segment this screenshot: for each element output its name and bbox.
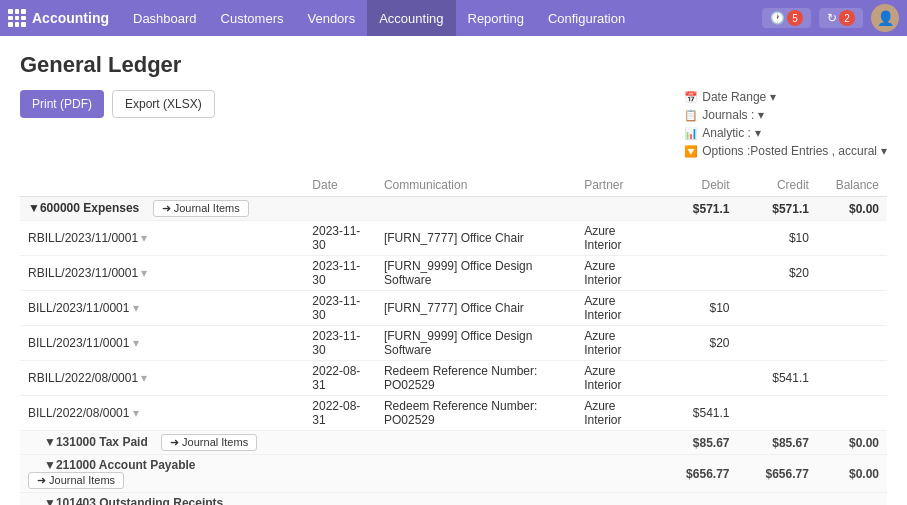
row-credit — [738, 291, 817, 326]
row-credit — [738, 396, 817, 431]
topnav: Accounting Dashboard Customers Vendors A… — [0, 0, 907, 36]
row-credit — [738, 326, 817, 361]
table-row: BILL/2023/11/0001 ▾ 2023-11-30 [FURN_777… — [20, 291, 887, 326]
subgroup-row-211000: ▼211000 Account Payable ➜ Journal Items … — [20, 455, 887, 493]
row-date: 2023-11-30 — [304, 326, 376, 361]
print-pdf-button[interactable]: Print (PDF) — [20, 90, 104, 118]
row-partner: Azure Interior — [576, 221, 658, 256]
row-partner: Azure Interior — [576, 361, 658, 396]
notifications-btn[interactable]: 🕐 5 — [762, 8, 811, 28]
journal-items-btn-600000[interactable]: ➜ Journal Items — [153, 200, 249, 217]
row-date: 2023-11-30 — [304, 256, 376, 291]
app-logo[interactable]: Accounting — [8, 9, 117, 27]
row-balance — [817, 396, 887, 431]
subgroup-credit-131000: $85.67 — [738, 431, 817, 455]
table-row: RBILL/2023/11/0001 ▾ 2023-11-30 [FURN_99… — [20, 256, 887, 291]
row-balance — [817, 256, 887, 291]
journal-items-btn-131000[interactable]: ➜ Journal Items — [161, 434, 257, 451]
row-debit — [658, 256, 737, 291]
nav-customers[interactable]: Customers — [209, 0, 296, 36]
update-badge: 2 — [839, 10, 855, 26]
row-communication: [FURN_9999] Office Design Software — [376, 256, 576, 291]
subgroup-credit-101403 — [738, 493, 817, 506]
row-debit: $10 — [658, 291, 737, 326]
subgroup-balance-211000: $0.00 — [817, 455, 887, 493]
row-ref: RBILL/2022/08/0001 ▾ — [20, 361, 304, 396]
toolbar-left: Print (PDF) Export (XLSX) — [20, 90, 215, 118]
app-name: Accounting — [32, 10, 109, 26]
row-communication: Redeem Reference Number: PO02529 — [376, 396, 576, 431]
row-partner: Azure Interior — [576, 396, 658, 431]
notification-badge: 5 — [787, 10, 803, 26]
col-header-credit: Credit — [738, 174, 817, 197]
main-nav: Dashboard Customers Vendors Accounting R… — [121, 0, 637, 36]
nav-vendors[interactable]: Vendors — [295, 0, 367, 36]
col-header-date: Date — [304, 174, 376, 197]
subgroup-debit-101403: $2068.85 — [658, 493, 737, 506]
row-balance — [817, 221, 887, 256]
nav-reporting[interactable]: Reporting — [456, 0, 536, 36]
row-ref: BILL/2023/11/0001 ▾ — [20, 326, 304, 361]
row-balance — [817, 361, 887, 396]
col-header-ref — [20, 174, 304, 197]
row-debit — [658, 221, 737, 256]
table-row: RBILL/2022/08/0001 ▾ 2022-08-31 Redeem R… — [20, 361, 887, 396]
main-content: General Ledger Print (PDF) Export (XLSX)… — [0, 36, 907, 505]
nav-accounting[interactable]: Accounting — [367, 0, 455, 36]
row-communication: [FURN_7777] Office Chair — [376, 291, 576, 326]
updates-btn[interactable]: ↻ 2 — [819, 8, 863, 28]
row-date: 2022-08-31 — [304, 361, 376, 396]
row-debit: $541.1 — [658, 396, 737, 431]
row-debit: $20 — [658, 326, 737, 361]
group-credit-600000: $571.1 — [738, 197, 817, 221]
row-partner: Azure Interior — [576, 291, 658, 326]
row-ref: BILL/2023/11/0001 ▾ — [20, 291, 304, 326]
col-header-debit: Debit — [658, 174, 737, 197]
subgroup-debit-131000: $85.67 — [658, 431, 737, 455]
group-balance-600000: $0.00 — [817, 197, 887, 221]
journal-items-btn-211000[interactable]: ➜ Journal Items — [28, 472, 124, 489]
subgroup-row-101403: ▼101403 Outstanding Receipts ➜ Journal I… — [20, 493, 887, 506]
row-partner: Azure Interior — [576, 256, 658, 291]
journals-icon: 📋 — [684, 109, 698, 122]
col-header-communication: Communication — [376, 174, 576, 197]
journals-filter[interactable]: 📋 Journals : ▾ — [684, 108, 887, 122]
subgroup-label-131000: ▼131000 Tax Paid ➜ Journal Items — [20, 431, 304, 455]
ledger-table: Date Communication Partner Debit Credit … — [20, 174, 887, 505]
row-balance — [817, 291, 887, 326]
row-communication: [FURN_9999] Office Design Software — [376, 326, 576, 361]
col-header-partner: Partner — [576, 174, 658, 197]
nav-dashboard[interactable]: Dashboard — [121, 0, 209, 36]
table-row: BILL/2023/11/0001 ▾ 2023-11-30 [FURN_999… — [20, 326, 887, 361]
subgroup-label-211000: ▼211000 Account Payable ➜ Journal Items — [20, 455, 304, 493]
row-ref: RBILL/2023/11/0001 ▾ — [20, 221, 304, 256]
row-debit — [658, 361, 737, 396]
options-filter[interactable]: 🔽 Options :Posted Entries , accural ▾ — [684, 144, 887, 158]
row-credit: $10 — [738, 221, 817, 256]
row-ref: RBILL/2023/11/0001 ▾ — [20, 256, 304, 291]
nav-configuration[interactable]: Configuration — [536, 0, 637, 36]
row-ref: BILL/2022/08/0001 ▾ — [20, 396, 304, 431]
subgroup-row-131000: ▼131000 Tax Paid ➜ Journal Items $85.67 … — [20, 431, 887, 455]
analytic-icon: 📊 — [684, 127, 698, 140]
row-partner: Azure Interior — [576, 326, 658, 361]
row-credit: $20 — [738, 256, 817, 291]
row-balance — [817, 326, 887, 361]
export-xlsx-button[interactable]: Export (XLSX) — [112, 90, 215, 118]
table-header-row: Date Communication Partner Debit Credit … — [20, 174, 887, 197]
filters-panel: 📅 Date Range ▾ 📋 Journals : ▾ 📊 Analytic… — [684, 90, 887, 158]
analytic-filter[interactable]: 📊 Analytic : ▾ — [684, 126, 887, 140]
topnav-right: 🕐 5 ↻ 2 👤 — [762, 4, 899, 32]
date-range-filter[interactable]: 📅 Date Range ▾ — [684, 90, 887, 104]
subgroup-label-101403: ▼101403 Outstanding Receipts ➜ Journal I… — [20, 493, 304, 506]
user-avatar[interactable]: 👤 — [871, 4, 899, 32]
row-credit: $541.1 — [738, 361, 817, 396]
row-communication: [FURN_7777] Office Chair — [376, 221, 576, 256]
table-row: BILL/2022/08/0001 ▾ 2022-08-31 Redeem Re… — [20, 396, 887, 431]
subgroup-debit-211000: $656.77 — [658, 455, 737, 493]
row-date: 2023-11-30 — [304, 221, 376, 256]
row-date: 2023-11-30 — [304, 291, 376, 326]
table-row: RBILL/2023/11/0001 ▾ 2023-11-30 [FURN_77… — [20, 221, 887, 256]
group-debit-600000: $571.1 — [658, 197, 737, 221]
row-date: 2022-08-31 — [304, 396, 376, 431]
